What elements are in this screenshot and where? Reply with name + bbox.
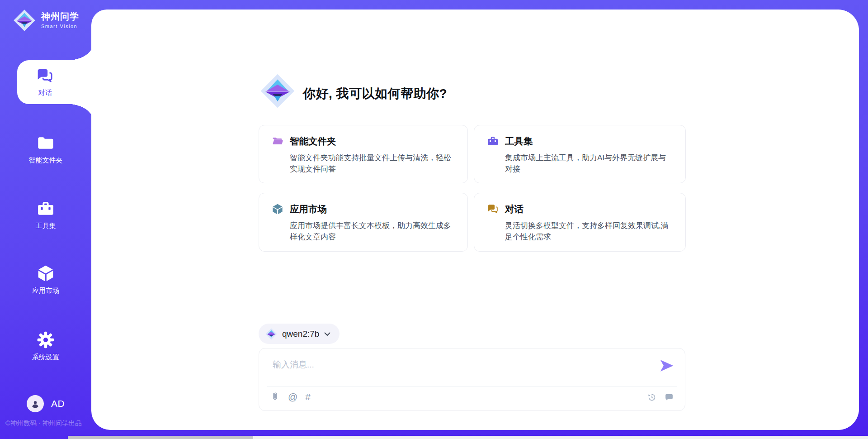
brand: 神州问学 Smart Vision [13,8,79,33]
sidebar-item-label: 系统设置 [32,353,59,362]
folder-open-icon [272,135,283,147]
horizontal-scrollbar [68,436,868,439]
app-root: { "brand": { "name": "神州问学", "subtitle":… [0,0,868,439]
chat-icon [487,203,499,215]
sidebar-item-smart-folder[interactable]: 智能文件夹 [0,134,91,165]
cube-icon [37,264,55,282]
send-icon [659,358,675,374]
composer: @ # [259,348,685,411]
gear-icon [37,331,55,349]
feature-card-smart-folder[interactable]: 智能文件夹 智能文件夹功能支持批量文件上传与清洗，轻松实现文件问答 [259,125,468,183]
feature-card-app-market[interactable]: 应用市场 应用市场提供丰富长文本模板，助力高效生成多样化文章内容 [259,193,468,251]
folder-icon [37,134,55,152]
avatar [27,395,44,412]
greeting-logo-icon [260,73,295,109]
model-logo-icon [265,328,277,340]
send-button[interactable] [659,358,675,374]
message-input[interactable] [272,355,644,375]
card-description: 应用市场提供丰富长文本模板，助力高效生成多样化文章内容 [290,220,456,243]
user-profile[interactable]: AD [0,395,91,412]
toolbox-icon [37,200,55,218]
toolbox-icon [487,135,499,147]
scrollbar-thumb[interactable] [68,436,253,439]
sidebar-item-settings[interactable]: 系统设置 [0,331,91,362]
chat-bubble-icon[interactable] [664,392,674,402]
hash-icon[interactable]: # [305,392,311,401]
card-head: 工具集 [487,135,674,148]
chat-icon [36,67,54,85]
card-description: 集成市场上主流工具，助力AI与外界无缝扩展与对接 [505,153,674,175]
tab-fillet-bottom [66,104,93,120]
tab-fillet-top [66,44,93,61]
card-head: 对话 [487,203,674,215]
chevron-down-icon [324,332,330,336]
card-title: 工具集 [505,135,533,148]
brand-name: 神州问学 [41,12,79,21]
cube-icon [272,203,283,215]
person-icon [30,399,40,409]
copyright-footer: ©神州数码 · 神州问学出品 [5,419,82,428]
greeting-title: 你好, 我可以如何帮助你? [303,85,447,102]
card-title: 对话 [505,203,524,215]
composer-divider [267,386,677,387]
card-head: 应用市场 [272,203,456,215]
paperclip-icon[interactable] [270,391,280,402]
brand-logo-icon [13,8,36,33]
card-description: 智能文件夹功能支持批量文件上传与清洗，轻松实现文件问答 [290,153,456,175]
sidebar-item-label: 对话 [17,88,73,98]
card-head: 智能文件夹 [272,135,456,148]
feature-cards: 智能文件夹 智能文件夹功能支持批量文件上传与清洗，轻松实现文件问答 工具集 集成… [259,125,686,252]
sidebar-item-app-market[interactable]: 应用市场 [0,264,91,295]
composer-tools-right [647,392,674,402]
brand-subtitle: Smart Vision [41,24,79,29]
history-icon[interactable] [647,392,657,402]
mention-icon[interactable]: @ [288,392,297,401]
card-description: 灵活切换多模型文件，支持多样回复效果调试,满足个性化需求 [505,220,674,243]
feature-card-chat[interactable]: 对话 灵活切换多模型文件，支持多样回复效果调试,满足个性化需求 [474,193,686,251]
model-name: qwen2:7b [282,329,319,339]
model-selector[interactable]: qwen2:7b [259,324,340,344]
feature-card-toolset[interactable]: 工具集 集成市场上主流工具，助力AI与外界无缝扩展与对接 [474,125,686,183]
sidebar-item-toolset[interactable]: 工具集 [0,200,91,230]
composer-tools-left: @ # [270,391,311,402]
sidebar-item-label: 应用市场 [32,286,59,295]
sidebar-item-label: 工具集 [36,222,56,230]
card-title: 应用市场 [290,203,327,215]
card-title: 智能文件夹 [290,135,336,148]
sidebar-item-label: 智能文件夹 [29,156,63,165]
user-initials: AD [51,398,65,409]
sidebar-item-chat[interactable]: 对话 [17,60,94,104]
